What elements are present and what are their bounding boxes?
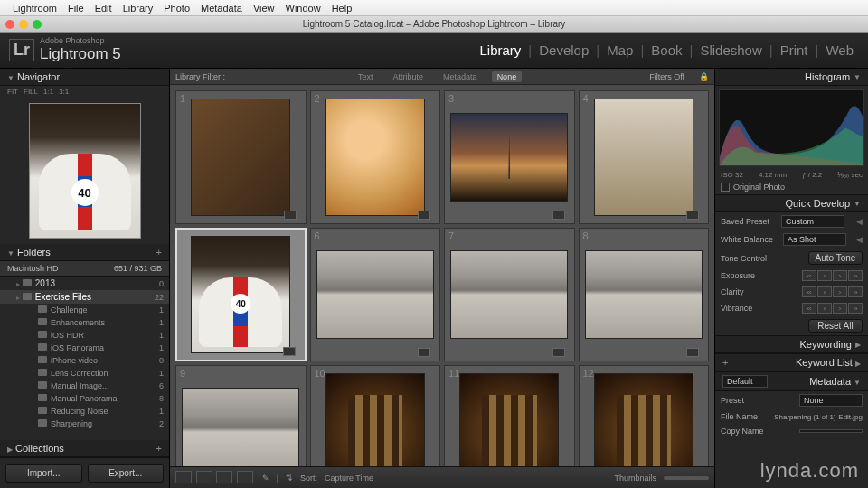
add-collection-icon[interactable]: + <box>156 443 162 454</box>
thumbnail-image[interactable] <box>585 250 703 339</box>
menu-metadata[interactable]: Metadata <box>201 3 242 14</box>
grid-cell[interactable]: 405 <box>175 228 307 361</box>
loupe-view-icon[interactable] <box>196 471 212 483</box>
wb-select[interactable]: As Shot <box>783 233 846 246</box>
grid-cell[interactable]: 11 <box>444 365 575 466</box>
folder-row[interactable]: ▸ 20130 <box>0 277 169 290</box>
metadata-badge-icon[interactable] <box>686 211 699 220</box>
folder-row[interactable]: iPhone video0 <box>0 354 169 367</box>
compare-view-icon[interactable] <box>216 471 232 483</box>
thumbnail-image[interactable] <box>594 99 693 216</box>
thumbnail-image[interactable] <box>450 250 568 339</box>
filter-metadata[interactable]: Metadata <box>438 71 483 82</box>
chevron-icon[interactable]: ◀ <box>856 235 863 244</box>
module-book[interactable]: Book <box>646 42 687 58</box>
metadata-header[interactable]: Default Metadata ▼ <box>715 371 868 391</box>
module-map[interactable]: Map <box>601 42 638 58</box>
collections-header[interactable]: ▶ Collections + <box>0 440 169 457</box>
zoom-fit[interactable]: FIT <box>7 88 18 96</box>
quick-develop-header[interactable]: Quick Develop ▼ <box>715 194 868 212</box>
thumbnail-image[interactable] <box>326 373 425 466</box>
export-button[interactable]: Export... <box>88 464 165 483</box>
folder-row[interactable]: Manual Panorama8 <box>0 392 169 405</box>
add-keyword-icon[interactable]: + <box>722 357 728 368</box>
import-button[interactable]: Import... <box>5 464 82 483</box>
grid-cell[interactable]: 8 <box>579 228 710 361</box>
preset-select[interactable]: None <box>799 394 863 407</box>
menu-library[interactable]: Library <box>123 3 154 14</box>
volume-row[interactable]: Macintosh HD 651 / 931 GB <box>0 261 169 277</box>
folder-row[interactable]: Challenge1 <box>0 304 169 316</box>
grid-cell[interactable]: 6 <box>310 228 441 361</box>
folder-row[interactable]: iOS HDR1 <box>0 329 169 342</box>
zoom-fill[interactable]: FILL <box>24 88 38 96</box>
minimize-icon[interactable] <box>19 20 28 29</box>
metadata-badge-icon[interactable] <box>284 211 297 220</box>
menu-window[interactable]: Window <box>286 3 321 14</box>
survey-view-icon[interactable] <box>237 471 253 483</box>
filter-text[interactable]: Text <box>353 71 379 82</box>
grid-cell[interactable]: 12 <box>579 365 710 466</box>
sort-value[interactable]: Capture Time <box>325 474 373 483</box>
metadata-badge-icon[interactable] <box>686 348 699 357</box>
thumbnail-image[interactable] <box>459 373 559 466</box>
keywording-header[interactable]: Keywording ▶ <box>715 335 868 353</box>
folder-row[interactable]: Sharpening2 <box>0 418 169 430</box>
menu-photo[interactable]: Photo <box>164 3 190 14</box>
copyname-field[interactable] <box>799 429 863 433</box>
auto-tone-button[interactable]: Auto Tone <box>808 251 863 265</box>
menu-file[interactable]: File <box>68 3 84 14</box>
zoom-1to1[interactable]: 1:1 <box>43 88 53 96</box>
histogram-header[interactable]: Histogram ▼ <box>715 69 868 86</box>
module-develop[interactable]: Develop <box>533 42 594 58</box>
keyword-list-header[interactable]: + Keyword List ▶ <box>715 353 868 371</box>
filter-attribute[interactable]: Attribute <box>388 71 429 82</box>
painter-icon[interactable]: ✎ <box>262 474 269 483</box>
grid-cell[interactable]: 7 <box>444 228 575 361</box>
zoom-3to1[interactable]: 3:1 <box>59 88 69 96</box>
grid-cell[interactable]: 9 <box>175 365 307 466</box>
folders-header[interactable]: ▼ Folders + <box>0 244 169 261</box>
zoom-icon[interactable] <box>33 20 42 29</box>
filter-none[interactable]: None <box>492 71 523 82</box>
module-slideshow[interactable]: Slideshow <box>694 42 767 58</box>
folder-row[interactable]: Manual Image...6 <box>0 380 169 392</box>
menu-edit[interactable]: Edit <box>95 3 112 14</box>
thumbnail-image[interactable] <box>316 250 434 339</box>
reset-all-button[interactable]: Reset All <box>808 319 863 333</box>
menu-help[interactable]: Help <box>332 3 353 14</box>
original-photo-row[interactable]: Original Photo <box>715 180 868 194</box>
grid-cell[interactable]: 10 <box>310 365 441 466</box>
module-print[interactable]: Print <box>775 42 814 58</box>
grid-view-icon[interactable] <box>175 471 192 483</box>
thumbnail-image[interactable] <box>594 373 693 466</box>
folder-row[interactable]: Enhancements1 <box>0 316 169 329</box>
metadata-badge-icon[interactable] <box>418 348 430 357</box>
grid-cell[interactable]: 1 <box>175 90 307 224</box>
thumbnail-image[interactable] <box>191 99 290 216</box>
saved-preset-select[interactable]: Custom <box>781 215 844 228</box>
folder-row[interactable]: ▸ Exercise Files22 <box>0 290 169 304</box>
metadata-badge-icon[interactable] <box>552 211 565 220</box>
lock-icon[interactable]: 🔒 <box>699 72 709 81</box>
menu-view[interactable]: View <box>253 3 275 14</box>
module-web[interactable]: Web <box>820 42 859 58</box>
menu-lightroom[interactable]: Lightroom <box>13 3 57 14</box>
thumb-size-slider[interactable] <box>664 476 709 480</box>
filters-off[interactable]: Filters Off <box>649 72 684 81</box>
metadata-badge-icon[interactable] <box>552 348 565 357</box>
folder-row[interactable]: Lens Correction1 <box>0 367 169 380</box>
metadata-badge-icon[interactable] <box>418 211 430 220</box>
histogram-chart[interactable] <box>719 89 864 166</box>
add-folder-icon[interactable]: + <box>156 247 162 258</box>
checkbox-icon[interactable] <box>721 183 730 192</box>
grid-cell[interactable]: 3 <box>444 90 575 224</box>
close-icon[interactable] <box>5 20 14 29</box>
metadata-badge-icon[interactable] <box>283 347 296 356</box>
sort-direction-icon[interactable]: ⇅ <box>286 474 293 483</box>
grid-cell[interactable]: 4 <box>579 90 710 224</box>
navigator-preview[interactable]: 40 <box>29 103 141 239</box>
grid-cell[interactable]: 2 <box>310 90 441 224</box>
thumbnail-image[interactable]: 40 <box>191 236 290 353</box>
chevron-icon[interactable]: ◀ <box>856 217 863 226</box>
